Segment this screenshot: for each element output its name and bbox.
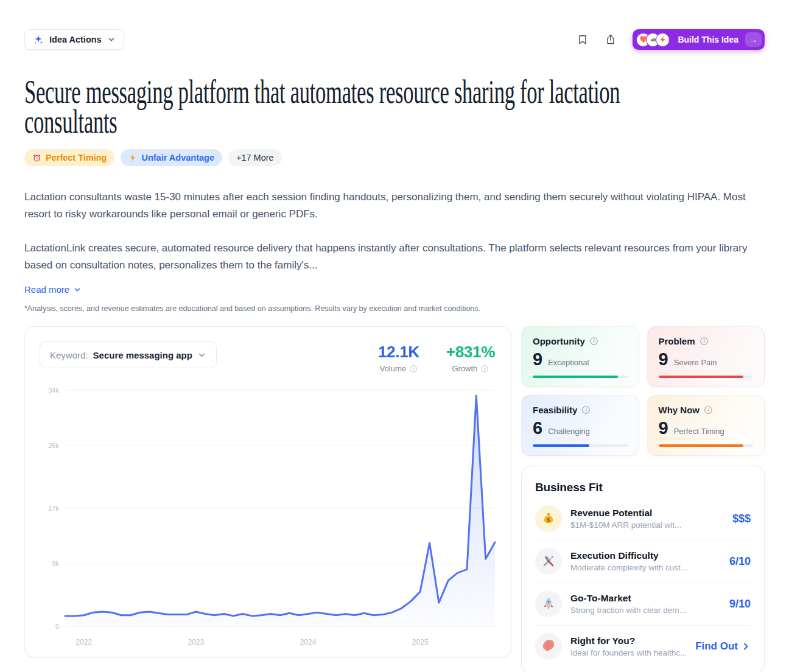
business-fit-title: Business Fit — [535, 481, 751, 494]
info-icon[interactable]: i — [704, 405, 713, 415]
tag-list: Perfect Timing Unfair Advantage +17 More — [24, 149, 765, 166]
volume-label: Volume — [380, 364, 406, 373]
svg-text:2024: 2024 — [300, 638, 317, 646]
tag-label: Unfair Advantage — [141, 153, 214, 163]
score-value: 9 — [659, 418, 668, 438]
business-fit-row-gtm[interactable]: Go-To-Market Strong traction with clear … — [535, 583, 751, 626]
svg-text:?: ? — [483, 366, 486, 371]
svg-text:v0: v0 — [651, 38, 656, 42]
bolt-icon — [128, 153, 137, 162]
top-bar: Idea Actions — [24, 29, 765, 50]
builder-logos: v0 — [636, 33, 670, 47]
description-paragraph-2: LactationLink creates secure, automated … — [24, 240, 765, 274]
tag-more-count[interactable]: +17 More — [228, 149, 282, 166]
alarm-clock-icon — [32, 153, 41, 163]
score-descriptor: Challenging — [548, 427, 590, 436]
business-fit-row-title: Go-To-Market — [570, 593, 721, 604]
business-fit-row-title: Right for You? — [570, 635, 687, 646]
bookmark-icon — [577, 33, 590, 46]
tag-label: +17 More — [236, 153, 274, 163]
svg-text:17k: 17k — [48, 505, 59, 512]
score-label: Opportunity — [533, 336, 585, 346]
volume-value: 12.1K — [378, 343, 419, 362]
svg-text:i: i — [586, 407, 587, 413]
bolt-logo — [656, 33, 670, 47]
help-icon[interactable]: ? — [480, 365, 489, 373]
tools-icon — [535, 548, 562, 575]
share-button[interactable] — [605, 33, 618, 46]
page-title: Secure messaging platform that automates… — [24, 77, 766, 136]
trend-chart-svg: 09k17k26k34k2022202320242025 — [40, 379, 497, 651]
chart-header: Keyword: Secure messaging app 12.1K Volu… — [40, 341, 496, 373]
disclaimer-text: *Analysis, scores, and revenue estimates… — [24, 304, 765, 313]
help-icon[interactable]: ? — [409, 365, 418, 373]
info-icon[interactable]: i — [700, 337, 709, 346]
chevron-down-icon — [73, 285, 82, 294]
growth-label: Growth — [452, 364, 477, 373]
svg-text:i: i — [593, 338, 595, 344]
idea-actions-label: Idea Actions — [49, 35, 102, 44]
idea-actions-button[interactable]: Idea Actions — [24, 29, 124, 50]
tag-unfair-advantage[interactable]: Unfair Advantage — [121, 149, 222, 166]
build-this-idea-button[interactable]: v0 Build This Idea → — [633, 29, 765, 50]
score-label: Feasibility — [533, 405, 577, 415]
score-progress-bar — [659, 376, 744, 378]
score-descriptor: Perfect Timing — [674, 427, 724, 436]
score-value: 6 — [533, 418, 542, 438]
revenue-potential-value: $$$ — [732, 513, 751, 525]
chevron-down-icon — [197, 351, 206, 360]
description-paragraph-1: Lactation consultants waste 15-30 minute… — [24, 189, 765, 223]
svg-text:26k: 26k — [48, 442, 59, 449]
keyword-value: Secure messaging app — [93, 350, 192, 360]
score-card-opportunity[interactable]: Opportunity i 9 Exceptional — [521, 326, 639, 387]
idea-detail-page: Idea Actions — [0, 0, 789, 672]
score-label: Why Now — [659, 405, 700, 415]
read-more-label: Read more — [24, 284, 69, 295]
info-icon[interactable]: i — [589, 337, 598, 346]
score-card-problem[interactable]: Problem i 9 Severe Pain — [647, 326, 765, 387]
chevron-right-icon — [741, 642, 751, 651]
score-descriptor: Exceptional — [548, 358, 589, 367]
tag-perfect-timing[interactable]: Perfect Timing — [24, 149, 114, 166]
share-icon — [605, 33, 618, 46]
read-more-link[interactable]: Read more — [24, 284, 82, 295]
trend-chart: 09k17k26k34k2022202320242025 — [40, 379, 496, 651]
svg-text:2023: 2023 — [188, 638, 205, 646]
svg-text:0: 0 — [55, 623, 59, 630]
business-fit-card: Business Fit $ Revenue Potential $1M-$10… — [521, 466, 765, 672]
page-title-line-1: Secure messaging platform that automates… — [24, 77, 766, 107]
score-progress-bar — [659, 444, 744, 447]
growth-value: +831% — [446, 343, 495, 362]
svg-text:2022: 2022 — [75, 638, 92, 646]
business-fit-row-subtitle: $1M-$10M ARR potential wit... — [570, 520, 724, 530]
svg-text:$: $ — [547, 516, 550, 523]
volume-stat: 12.1K Volume ? — [378, 343, 419, 373]
main-content: Keyword: Secure messaging app 12.1K Volu… — [24, 326, 765, 672]
score-card-why-now[interactable]: Why Now i 9 Perfect Timing — [647, 395, 765, 456]
business-fit-row-execution[interactable]: Execution Difficulty Moderate complexity… — [535, 541, 751, 583]
keyword-select[interactable]: Keyword: Secure messaging app — [40, 341, 217, 368]
score-card-feasibility[interactable]: Feasibility i 6 Challenging — [521, 395, 639, 456]
bookmark-button[interactable] — [577, 33, 590, 46]
svg-text:?: ? — [412, 366, 415, 371]
find-out-link[interactable]: Find Out — [695, 640, 751, 653]
page-title-line-2: consultants — [24, 107, 766, 136]
score-value: 9 — [659, 349, 668, 369]
business-fit-row-title: Revenue Potential — [570, 508, 724, 519]
svg-text:9k: 9k — [52, 560, 59, 567]
go-to-market-value: 9/10 — [729, 598, 751, 611]
business-fit-row-revenue[interactable]: $ Revenue Potential $1M-$10M ARR potenti… — [535, 498, 751, 541]
score-value: 9 — [533, 349, 542, 369]
info-icon[interactable]: i — [581, 405, 591, 415]
rocket-icon — [535, 590, 562, 617]
trend-chart-card: Keyword: Secure messaging app 12.1K Volu… — [24, 326, 511, 657]
execution-difficulty-value: 6/10 — [729, 555, 751, 568]
chevron-down-icon — [107, 35, 116, 44]
money-bag-icon: $ — [535, 505, 562, 532]
sparkles-icon — [33, 34, 44, 45]
score-descriptor: Severe Pain — [674, 358, 717, 367]
score-progress-bar — [533, 444, 589, 447]
chart-stats: 12.1K Volume ? +831% Growth — [378, 343, 495, 373]
business-fit-row-right-for-you[interactable]: Right for You? Ideal for founders with h… — [535, 626, 751, 668]
business-fit-row-subtitle: Ideal for founders with healthc... — [570, 648, 687, 657]
